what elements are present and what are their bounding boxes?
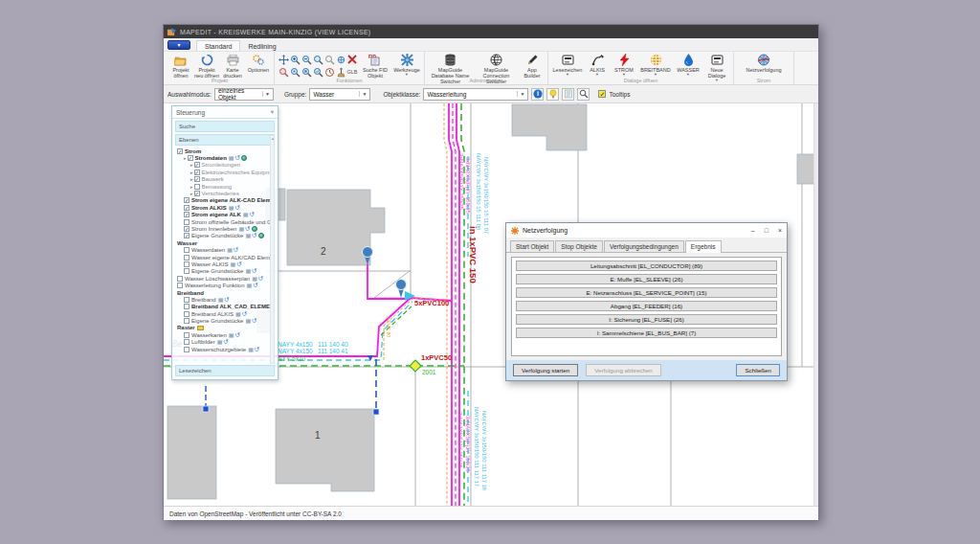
layer-item[interactable]: Eigene Grundstücke▦↺ bbox=[175, 268, 270, 275]
zoom-in-icon[interactable] bbox=[289, 54, 301, 66]
layer-checkbox[interactable] bbox=[184, 268, 189, 274]
undo-icon[interactable]: ↺ bbox=[258, 276, 263, 282]
layer-item[interactable]: Breitband ALK_CAD_ELEMENTE▦ bbox=[175, 304, 270, 310]
grid-icon[interactable]: ▦ bbox=[229, 205, 234, 211]
projekt-neu-oeffnen-button[interactable]: Projekt neu öffnen bbox=[194, 53, 219, 79]
undo-icon[interactable]: ↺ bbox=[234, 332, 239, 338]
layer-checkbox[interactable] bbox=[184, 347, 189, 352]
layer-item[interactable]: ✓Strom Innenleben▦↺ bbox=[175, 225, 270, 232]
dialog-tab-ergebnis[interactable]: Ergebnis bbox=[685, 240, 722, 253]
layer-item[interactable]: Wasserschutzgebiete▦↺ bbox=[175, 346, 270, 352]
grid-icon[interactable]: ▦ bbox=[245, 318, 251, 324]
dialog-minimize-button[interactable]: – bbox=[751, 227, 755, 234]
layer-checkbox[interactable] bbox=[184, 304, 189, 309]
layer-checkbox[interactable]: ✓ bbox=[177, 148, 183, 154]
tree-scrollbar[interactable]: ▲ bbox=[270, 135, 275, 364]
layer-checkbox[interactable]: ✓ bbox=[188, 155, 193, 161]
layer-item[interactable]: Breitband ALKIS▦↺ bbox=[175, 310, 270, 317]
layer-item[interactable]: Wasser eigene ALK/CAD Elemente bbox=[175, 254, 270, 261]
panel-close-icon[interactable]: ▾ bbox=[271, 108, 274, 116]
expander-icon[interactable]: ▸ bbox=[190, 170, 193, 175]
layer-item[interactable]: Wasserkarten▦↺ bbox=[175, 331, 270, 338]
layer-item[interactable]: Wasserleitung Funktion▦↺ bbox=[175, 282, 270, 288]
tab-redlining[interactable]: Redlining bbox=[240, 41, 283, 51]
undo-icon[interactable]: ↺ bbox=[224, 297, 229, 303]
grid-icon[interactable]: ▦ bbox=[238, 226, 244, 232]
grid-icon[interactable]: ▦ bbox=[227, 247, 233, 253]
layer-checkbox[interactable]: ✓ bbox=[194, 170, 200, 175]
verfolgung-starten-button[interactable]: Verfolgung starten bbox=[513, 364, 578, 376]
zoom-out-icon[interactable] bbox=[301, 54, 312, 66]
undo-icon[interactable]: ↺ bbox=[236, 261, 241, 267]
expander-icon[interactable]: ▸ bbox=[190, 162, 193, 168]
undo-icon[interactable]: ↺ bbox=[235, 155, 240, 161]
layer-item[interactable]: Breitband▦↺ bbox=[175, 296, 270, 303]
layer-checkbox[interactable]: ✓ bbox=[184, 197, 189, 203]
layer-item[interactable]: ▸✓Stromdaten▦↺ bbox=[175, 154, 270, 161]
report-button[interactable] bbox=[562, 88, 574, 101]
result-item-button[interactable]: Leitungsabschnitt [EL_CONDUCTOR] (89) bbox=[516, 261, 777, 271]
layer-checkbox[interactable]: ✓ bbox=[184, 226, 189, 232]
undo-icon[interactable]: ↺ bbox=[223, 339, 228, 345]
layer-checkbox[interactable] bbox=[184, 247, 189, 253]
undo-icon[interactable]: ↺ bbox=[245, 226, 250, 232]
layer-checkbox[interactable]: ✓ bbox=[184, 233, 189, 238]
verfolgung-abbrechen-button[interactable]: Verfolgung abbrechen bbox=[586, 364, 661, 376]
globe-icon[interactable] bbox=[241, 155, 247, 161]
zoom-selected-icon[interactable] bbox=[323, 54, 335, 66]
grid-icon[interactable]: ▦ bbox=[230, 261, 235, 267]
map-scroll-strip[interactable] bbox=[813, 103, 818, 506]
layer-item[interactable]: Eigene Grundstücke▦↺ bbox=[175, 317, 270, 324]
layer-item[interactable]: ▸✓Verschiedenes bbox=[175, 190, 270, 196]
undo-icon[interactable]: ↺ bbox=[253, 283, 257, 288]
undo-icon[interactable]: ↺ bbox=[252, 318, 256, 324]
dialog-maximize-button[interactable]: □ bbox=[765, 227, 768, 234]
undo-icon[interactable]: ↺ bbox=[249, 212, 254, 217]
highlight-button[interactable] bbox=[546, 88, 559, 101]
expander-icon[interactable]: ▸ bbox=[190, 184, 193, 190]
tooltips-checkbox[interactable]: ✓ bbox=[598, 90, 606, 98]
layer-checkbox[interactable]: ✓ bbox=[194, 162, 200, 168]
layer-checkbox[interactable] bbox=[184, 318, 189, 324]
map-area[interactable]: 2 1 ße 5xPVC100 1xPVC50 2001 NAYY 4x150 … bbox=[164, 103, 818, 506]
layer-item[interactable]: ▸Bemassung bbox=[175, 183, 270, 190]
result-item-button[interactable]: E: Muffe [EL_SLEEVE] (26) bbox=[516, 274, 777, 284]
layer-item[interactable]: Luftbilder▦↺ bbox=[175, 339, 270, 346]
grid-icon[interactable]: ▦ bbox=[252, 276, 257, 282]
search-button[interactable] bbox=[577, 88, 590, 101]
panel-search-field[interactable]: Suche bbox=[175, 121, 275, 132]
layer-item[interactable]: Breitband bbox=[175, 289, 270, 296]
layer-checkbox[interactable] bbox=[184, 297, 189, 303]
layer-item[interactable]: Wasser ALKIS▦↺ bbox=[175, 261, 270, 267]
layer-checkbox[interactable] bbox=[184, 339, 189, 345]
grid-icon[interactable]: ▦ bbox=[245, 268, 251, 274]
grid-icon[interactable]: ▦ bbox=[248, 347, 254, 352]
layer-item[interactable]: ✓Strom ALKIS▦↺ bbox=[175, 204, 270, 211]
dialog-tab-verfolgungsbedingungen[interactable]: Verfolgungsbedingungen bbox=[604, 240, 684, 252]
layer-checkbox[interactable]: ✓ bbox=[194, 176, 200, 182]
expander-icon[interactable]: ▸ bbox=[184, 155, 187, 161]
map-pin[interactable] bbox=[396, 280, 407, 299]
grid-icon[interactable]: ▦ bbox=[229, 155, 234, 161]
expander-icon[interactable]: ▸ bbox=[190, 191, 193, 196]
folder-icon[interactable] bbox=[197, 326, 204, 330]
layer-checkbox[interactable] bbox=[184, 311, 189, 317]
grid-icon[interactable]: ▦ bbox=[245, 233, 251, 238]
layer-checkbox[interactable] bbox=[177, 283, 183, 288]
schliessen-button[interactable]: Schließen bbox=[736, 364, 780, 376]
layer-item[interactable]: ✓Strom eigene ALK-CAD Elemente▦ bbox=[175, 197, 270, 204]
layer-checkbox[interactable]: ✓ bbox=[184, 212, 189, 217]
undo-icon[interactable]: ↺ bbox=[242, 311, 247, 317]
layer-item[interactable]: ✓Strom bbox=[175, 147, 270, 154]
layer-checkbox[interactable] bbox=[184, 255, 189, 261]
grid-icon[interactable]: ▦ bbox=[229, 332, 234, 338]
layer-item[interactable]: ✓Strom eigene ALK▦↺ bbox=[175, 212, 270, 218]
auswahlmodus-select[interactable]: einzelnes Objekt▼ bbox=[214, 88, 274, 101]
layer-item[interactable]: Wasser Löschwasserplan▦↺ bbox=[175, 275, 270, 282]
grid-icon[interactable]: ▦ bbox=[243, 212, 249, 217]
projekt-oeffnen-button[interactable]: Projekt öffnen bbox=[168, 53, 193, 79]
layer-item[interactable]: Wasser bbox=[175, 239, 270, 246]
werkzeuge-button[interactable]: Werkzeuge ▾ bbox=[392, 53, 421, 79]
tab-standard[interactable]: Standard bbox=[196, 40, 240, 51]
layer-item[interactable]: Raster bbox=[175, 325, 270, 331]
